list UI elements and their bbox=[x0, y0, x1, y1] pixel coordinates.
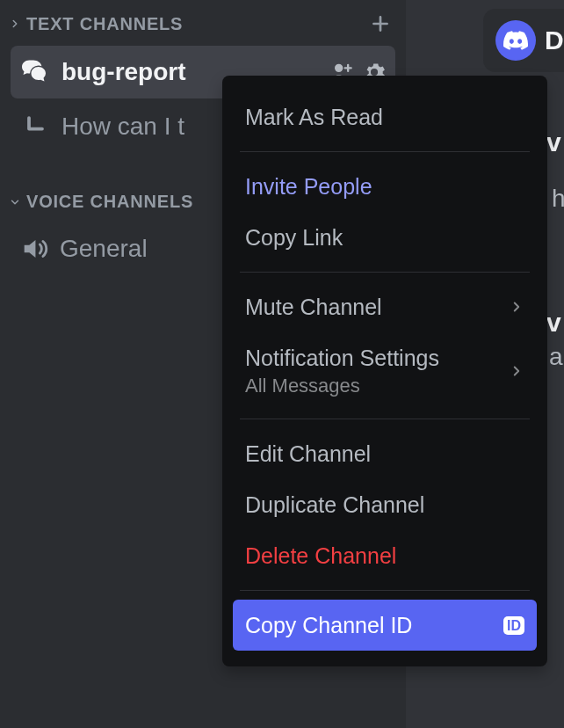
menu-item-sublabel: All Messages bbox=[245, 375, 439, 397]
menu-item-label: Copy Link bbox=[245, 224, 343, 251]
menu-item-label: Copy Channel ID bbox=[245, 612, 412, 638]
menu-item-label: Invite People bbox=[245, 173, 372, 200]
menu-item-label: Mark As Read bbox=[245, 104, 383, 130]
chevron-right-icon bbox=[4, 18, 26, 30]
menu-copy-link[interactable]: Copy Link bbox=[233, 212, 537, 263]
chevron-right-icon bbox=[509, 363, 524, 379]
menu-separator bbox=[240, 419, 530, 419]
menu-item-label: Delete Channel bbox=[245, 542, 396, 569]
add-channel-button[interactable] bbox=[369, 12, 392, 35]
truncated-text: a bbox=[549, 343, 563, 371]
svg-point-0 bbox=[335, 64, 343, 72]
channel-context-menu: Mark As Read Invite People Copy Link Mut… bbox=[222, 76, 547, 666]
truncated-text: v bbox=[546, 308, 561, 338]
id-badge-icon: ID bbox=[503, 616, 524, 635]
menu-copy-channel-id[interactable]: Copy Channel ID ID bbox=[233, 600, 537, 651]
menu-notification-settings[interactable]: Notification Settings All Messages bbox=[233, 332, 537, 410]
truncated-text: v bbox=[546, 127, 561, 157]
chevron-down-icon bbox=[4, 196, 26, 208]
menu-separator bbox=[240, 272, 530, 273]
menu-edit-channel[interactable]: Edit Channel bbox=[233, 428, 537, 479]
text-channels-header[interactable]: TEXT CHANNELS bbox=[0, 4, 406, 44]
speaker-icon bbox=[19, 234, 49, 264]
chevron-right-icon bbox=[509, 299, 524, 315]
menu-item-label: Notification Settings bbox=[245, 345, 439, 371]
menu-duplicate-channel[interactable]: Duplicate Channel bbox=[233, 479, 537, 530]
truncated-text: h bbox=[552, 185, 564, 213]
menu-item-label: Edit Channel bbox=[245, 440, 371, 467]
section-label: TEXT CHANNELS bbox=[26, 14, 369, 34]
discord-logo-icon bbox=[495, 20, 536, 61]
menu-item-label: Duplicate Channel bbox=[245, 491, 424, 518]
menu-mark-as-read[interactable]: Mark As Read bbox=[233, 91, 537, 142]
menu-invite-people[interactable]: Invite People bbox=[233, 161, 537, 212]
menu-mute-channel[interactable]: Mute Channel bbox=[233, 281, 537, 332]
menu-separator bbox=[240, 151, 530, 152]
server-header-badge[interactable]: Di bbox=[483, 9, 564, 72]
thread-icon bbox=[25, 113, 51, 140]
menu-delete-channel[interactable]: Delete Channel bbox=[233, 530, 537, 581]
forum-channel-icon bbox=[19, 56, 51, 88]
menu-separator bbox=[240, 590, 530, 591]
server-header-text: Di bbox=[545, 25, 564, 55]
menu-item-label: Mute Channel bbox=[245, 294, 382, 320]
